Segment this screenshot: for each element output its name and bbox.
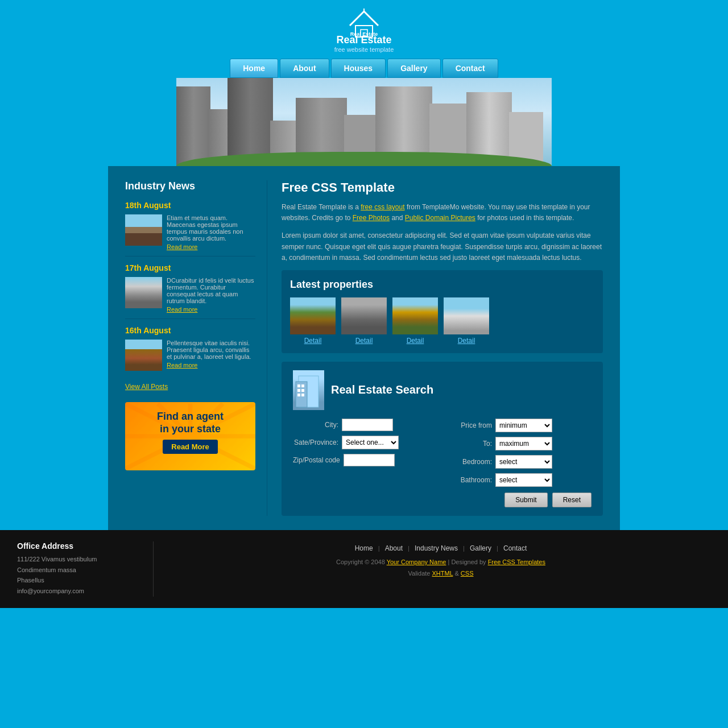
- price-to-label: To:: [446, 440, 492, 448]
- nav-contact[interactable]: Contact: [442, 59, 498, 78]
- news-text-3: Pellentesque vitae iaculis nisi. Praesen…: [167, 340, 255, 371]
- header: Real Estate Real Estate free website tem…: [0, 0, 728, 78]
- bedroom-select[interactable]: select1234: [495, 455, 552, 469]
- news-text-1: Etiam et metus quam. Maecenas egestas ip…: [167, 214, 255, 250]
- footer-css-link[interactable]: CSS: [461, 570, 474, 577]
- news-date-3: 16th August: [125, 326, 255, 335]
- nav-gallery[interactable]: Gallery: [387, 59, 440, 78]
- logo: Real Estate Real Estate free website tem…: [0, 6, 728, 53]
- property-detail-1[interactable]: Detail: [290, 337, 336, 345]
- search-building-icon: [293, 370, 324, 410]
- property-item-4: Detail: [444, 297, 489, 345]
- news-image-2: [125, 277, 162, 308]
- property-item-3: Detail: [392, 297, 438, 345]
- price-from-row: Price from minimum100000200000300000: [446, 419, 592, 432]
- free-css-link[interactable]: free css layout: [361, 203, 404, 211]
- property-grid: Detail Detail Detail: [290, 297, 594, 345]
- city-label: City:: [293, 421, 338, 429]
- news-item-3: Pellentesque vitae iaculis nisi. Praesen…: [125, 340, 255, 371]
- property-thumb-4: [444, 297, 489, 334]
- property-item-2: Detail: [341, 297, 387, 345]
- zip-input[interactable]: [344, 454, 395, 466]
- news-image-1: [125, 214, 162, 246]
- property-image-4: [444, 297, 489, 334]
- state-row: Sate/Province: Select one... ALCANYTX: [293, 436, 438, 449]
- property-image-3: [392, 297, 438, 334]
- zip-row: Zip/Postal code: [293, 454, 438, 466]
- footer-company-link[interactable]: Your Company Name: [387, 559, 446, 565]
- nav-houses[interactable]: Houses: [331, 59, 386, 78]
- main-nav: Home About Houses Gallery Contact: [0, 56, 728, 78]
- separator-1: [125, 256, 255, 257]
- footer-nav-home[interactable]: Home: [355, 544, 373, 552]
- main-paragraph-2: Lorem ipsum dolor sit amet, consectetur …: [282, 230, 603, 263]
- skyline: [176, 78, 552, 166]
- submit-button[interactable]: Submit: [504, 493, 547, 507]
- latest-properties-title: Latest properties: [290, 279, 594, 291]
- nav-home[interactable]: Home: [230, 59, 278, 78]
- right-column: Free CSS Template Real Estate Template i…: [267, 180, 603, 516]
- city-input[interactable]: [342, 419, 393, 431]
- read-more-2[interactable]: Read more: [167, 306, 255, 313]
- bedroom-label: Bedroom:: [446, 458, 492, 466]
- bedroom-row: Bedroom: select1234: [446, 455, 592, 469]
- bathroom-label: Bathroom:: [446, 476, 492, 484]
- news-thumb-2: [125, 277, 162, 308]
- property-detail-3[interactable]: Detail: [392, 337, 438, 345]
- reset-button[interactable]: Reset: [552, 493, 592, 507]
- read-more-3[interactable]: Read more: [167, 362, 255, 369]
- state-select[interactable]: Select one... ALCANYTX: [342, 436, 399, 449]
- city-row: City:: [293, 419, 438, 431]
- news-thumb-1: [125, 214, 162, 246]
- svg-rect-18: [301, 389, 304, 392]
- separator-2: [125, 318, 255, 319]
- property-thumb-1: [290, 297, 336, 334]
- svg-rect-16: [301, 384, 304, 387]
- footer: Office Address 111/222 Vivamus vestibulu…: [0, 530, 728, 608]
- find-agent-button[interactable]: Read More: [163, 440, 217, 454]
- footer-designer-link[interactable]: Free CSS Templates: [488, 559, 545, 565]
- logo-text: Real Estate: [336, 34, 391, 46]
- search-box: Real Estate Search City: Sate/Province: …: [282, 362, 603, 516]
- hero-image: [176, 78, 552, 166]
- public-domain-link[interactable]: Public Domain Pictures: [405, 214, 475, 222]
- logo-tagline: free website template: [334, 46, 394, 53]
- svg-rect-20: [301, 394, 304, 396]
- main-title: Free CSS Template: [282, 180, 603, 195]
- footer-nav-contact[interactable]: Contact: [503, 544, 527, 552]
- left-column: Industry News 18th August Etiam et metus…: [125, 180, 267, 516]
- nav-about[interactable]: About: [280, 59, 329, 78]
- news-item-1: Etiam et metus quam. Maecenas egestas ip…: [125, 214, 255, 250]
- footer-nav: Home | About | Industry News | Gallery |…: [171, 544, 711, 552]
- find-agent-banner: Find an agent in your state Read More: [125, 402, 255, 470]
- latest-properties: Latest properties Detail Detail: [282, 270, 603, 353]
- bathroom-select[interactable]: select123: [495, 473, 552, 487]
- footer-address: Office Address 111/222 Vivamus vestibulu…: [17, 541, 154, 597]
- read-more-1[interactable]: Read more: [167, 243, 255, 250]
- free-photos-link[interactable]: Free Photos: [353, 214, 390, 222]
- property-image-1: [290, 297, 336, 334]
- bathroom-row: Bathroom: select123: [446, 473, 592, 487]
- main-paragraph-1: Real Estate Template is a free css layou…: [282, 202, 603, 224]
- main-wrapper: Industry News 18th August Etiam et metus…: [108, 166, 620, 530]
- footer-xhtml-link[interactable]: XHTML: [432, 570, 453, 577]
- footer-nav-about[interactable]: About: [385, 544, 403, 552]
- find-agent-title: Find an agent in your state: [134, 411, 247, 435]
- footer-nav-gallery[interactable]: Gallery: [470, 544, 491, 552]
- zip-label: Zip/Postal code: [293, 456, 340, 464]
- price-to-select[interactable]: maximum200000300000500000: [495, 437, 552, 450]
- search-form: City: Sate/Province: Select one... ALCAN…: [293, 419, 592, 487]
- search-box-header: Real Estate Search: [293, 370, 592, 410]
- news-text-2: DCurabitur id felis id velit luctus ferm…: [167, 277, 255, 313]
- building-1: [176, 86, 210, 166]
- footer-address-text: 111/222 Vivamus vestibulum Condimentum m…: [17, 554, 142, 597]
- building-svg-icon: [293, 370, 324, 410]
- property-detail-4[interactable]: Detail: [444, 337, 489, 345]
- footer-nav-industry[interactable]: Industry News: [415, 544, 458, 552]
- property-thumb-3: [392, 297, 438, 334]
- view-all-posts[interactable]: View All Posts: [125, 383, 168, 391]
- price-from-select[interactable]: minimum100000200000300000: [495, 419, 552, 432]
- property-item-1: Detail: [290, 297, 336, 345]
- property-detail-2[interactable]: Detail: [341, 337, 387, 345]
- search-buttons: Submit Reset: [293, 493, 592, 507]
